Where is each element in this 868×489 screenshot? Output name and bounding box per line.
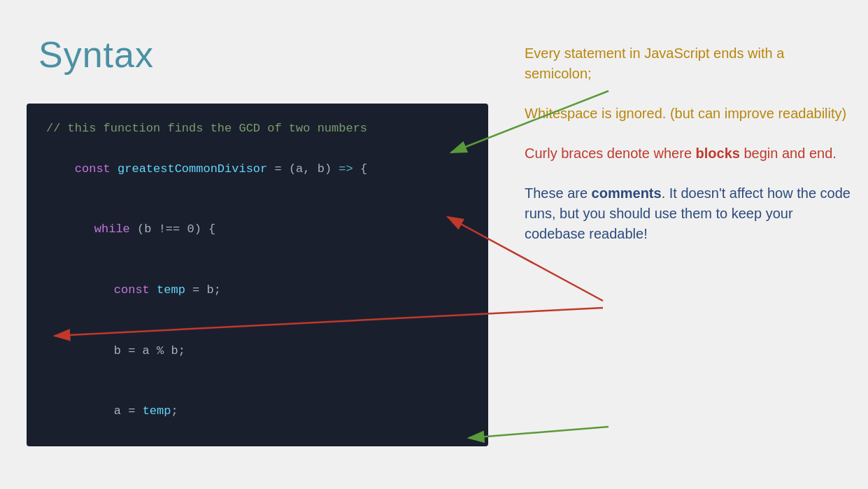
arrow-comment: [469, 427, 609, 438]
annotation-whitespace-text: Whitespace is ignored. (but can improve …: [525, 106, 846, 121]
code-line-const-gcd: const greatestCommonDivisor = (a, b) => …: [46, 139, 469, 200]
page-title: Syntax: [38, 34, 154, 76]
annotation-comments-prefix: These are: [525, 185, 592, 201]
code-line-close-while: }: [46, 442, 469, 446]
code-line-const-temp: const temp = b;: [46, 260, 469, 321]
code-block: // this function finds the GCD of two nu…: [27, 104, 488, 446]
code-line-b: b = a % b;: [46, 321, 469, 382]
annotation-comments: These are comments. It doesn't affect ho…: [525, 183, 853, 244]
annotation-curly: Curly braces denote where blocks begin a…: [525, 143, 853, 164]
annotation-semicolon-text: Every statement in JavaScript ends with …: [525, 45, 784, 81]
annotation-semicolon: Every statement in JavaScript ends with …: [525, 43, 853, 84]
annotation-curly-suffix: begin and end.: [740, 146, 837, 161]
keyword-const: const: [75, 162, 111, 176]
annotation-curly-bold: blocks: [696, 146, 740, 161]
annotation-whitespace: Whitespace is ignored. (but can improve …: [525, 104, 853, 124]
code-line-a: a = temp;: [46, 382, 469, 443]
annotation-curly-prefix: Curly braces denote where: [525, 146, 696, 161]
code-line-while: while (b !== 0) {: [46, 200, 469, 261]
annotations-panel: Every statement in JavaScript ends with …: [525, 43, 853, 264]
code-comment-line: // this function finds the GCD of two nu…: [46, 119, 469, 139]
annotation-comments-bold: comments: [592, 185, 662, 201]
